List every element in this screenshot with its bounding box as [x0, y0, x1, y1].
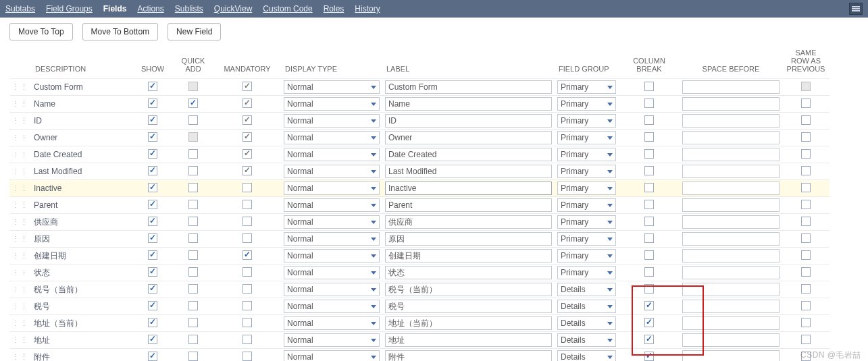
display-type-dropdown[interactable]: Normal	[284, 350, 380, 361]
drag-handle-icon[interactable]: ⋮⋮	[9, 231, 31, 248]
table-row[interactable]: ⋮⋮ Parent Normal Primary	[9, 197, 829, 214]
label-input[interactable]	[385, 215, 552, 229]
drag-handle-icon[interactable]: ⋮⋮	[9, 265, 31, 281]
label-input[interactable]	[385, 266, 552, 279]
table-row[interactable]: ⋮⋮ 税号（当前） Normal Details	[9, 281, 829, 298]
checkbox[interactable]	[801, 233, 811, 243]
drag-handle-icon[interactable]: ⋮⋮	[9, 349, 31, 362]
checkbox[interactable]	[801, 284, 811, 294]
table-row[interactable]: ⋮⋮ ID Normal Primary	[9, 113, 829, 130]
move-to-bottom-button[interactable]: Move To Bottom	[82, 23, 158, 40]
field-group-dropdown[interactable]: Details	[557, 333, 616, 347]
table-row[interactable]: ⋮⋮ 税号 Normal Details	[9, 298, 829, 315]
space-before-input[interactable]	[682, 97, 780, 111]
drag-handle-icon[interactable]: ⋮⋮	[9, 214, 31, 231]
space-before-input[interactable]	[682, 215, 780, 229]
space-before-input[interactable]	[682, 316, 780, 330]
subtab-custom-code[interactable]: Custom Code	[263, 4, 312, 13]
drag-handle-icon[interactable]: ⋮⋮	[9, 197, 31, 214]
table-row[interactable]: ⋮⋮ 供应商 Normal Primary	[9, 214, 829, 231]
checkbox[interactable]	[242, 335, 252, 344]
checkbox[interactable]	[148, 82, 157, 91]
checkbox[interactable]	[644, 284, 654, 294]
display-type-dropdown[interactable]: Normal	[284, 198, 380, 212]
space-before-input[interactable]	[682, 148, 780, 161]
field-group-dropdown[interactable]: Primary	[557, 198, 616, 212]
drag-handle-icon[interactable]: ⋮⋮	[9, 146, 31, 163]
table-row[interactable]: ⋮⋮ 原因 Normal Primary	[9, 231, 829, 248]
checkbox[interactable]	[644, 352, 654, 361]
space-before-input[interactable]	[682, 266, 780, 279]
checkbox[interactable]	[188, 233, 198, 243]
table-row[interactable]: ⋮⋮ Last Modified Normal Primary	[9, 163, 829, 180]
checkbox[interactable]	[801, 166, 811, 175]
label-input[interactable]	[385, 165, 552, 178]
field-group-dropdown[interactable]: Primary	[557, 97, 616, 111]
checkbox[interactable]	[242, 132, 252, 142]
display-type-dropdown[interactable]: Normal	[284, 283, 380, 296]
label-input[interactable]	[385, 114, 552, 128]
checkbox[interactable]	[148, 132, 157, 142]
field-group-dropdown[interactable]: Primary	[557, 249, 616, 262]
checkbox[interactable]	[242, 166, 252, 175]
drag-handle-icon[interactable]: ⋮⋮	[9, 163, 31, 180]
checkbox[interactable]	[188, 99, 198, 108]
space-before-input[interactable]	[682, 232, 780, 246]
subtab-sublists[interactable]: Sublists	[175, 4, 203, 13]
display-type-dropdown[interactable]: Normal	[284, 333, 380, 347]
label-input[interactable]	[385, 80, 552, 94]
checkbox[interactable]	[242, 318, 252, 327]
checkbox[interactable]	[644, 99, 654, 108]
space-before-input[interactable]	[682, 283, 780, 296]
checkbox[interactable]	[188, 335, 198, 344]
table-row[interactable]: ⋮⋮ 状态 Normal Primary	[9, 265, 829, 281]
checkbox[interactable]	[644, 217, 654, 226]
checkbox[interactable]	[148, 318, 157, 327]
drag-handle-icon[interactable]: ⋮⋮	[9, 248, 31, 265]
label-input[interactable]	[385, 333, 552, 347]
checkbox[interactable]	[148, 233, 157, 243]
table-row[interactable]: ⋮⋮ Owner Normal Primary	[9, 130, 829, 146]
checkbox[interactable]	[188, 115, 198, 125]
display-type-dropdown[interactable]: Normal	[284, 215, 380, 229]
checkbox[interactable]	[188, 301, 198, 310]
checkbox[interactable]	[242, 250, 252, 260]
field-group-dropdown[interactable]: Details	[557, 300, 616, 313]
drag-handle-icon[interactable]: ⋮⋮	[9, 113, 31, 130]
checkbox[interactable]	[644, 132, 654, 142]
display-type-dropdown[interactable]: Normal	[284, 249, 380, 262]
checkbox[interactable]	[644, 200, 654, 209]
checkbox[interactable]	[801, 115, 811, 125]
checkbox[interactable]	[188, 284, 198, 294]
checkbox[interactable]	[644, 233, 654, 243]
checkbox[interactable]	[188, 200, 198, 209]
hamburger-icon[interactable]	[849, 3, 863, 15]
checkbox[interactable]	[801, 132, 811, 142]
display-type-dropdown[interactable]: Normal	[284, 165, 380, 178]
display-type-dropdown[interactable]: Normal	[284, 97, 380, 111]
new-field-button[interactable]: New Field	[168, 23, 221, 40]
checkbox[interactable]	[148, 99, 157, 108]
field-group-dropdown[interactable]: Primary	[557, 232, 616, 246]
space-before-input[interactable]	[682, 80, 780, 94]
subtab-field-groups[interactable]: Field Groups	[46, 4, 93, 13]
label-input[interactable]	[385, 148, 552, 161]
checkbox[interactable]	[148, 183, 157, 192]
checkbox[interactable]	[644, 301, 654, 310]
checkbox[interactable]	[242, 183, 252, 192]
table-row[interactable]: ⋮⋮ 创建日期 Normal Primary	[9, 248, 829, 265]
checkbox[interactable]	[242, 267, 252, 277]
checkbox[interactable]	[242, 99, 252, 108]
checkbox[interactable]	[242, 284, 252, 294]
checkbox[interactable]	[801, 217, 811, 226]
table-row[interactable]: ⋮⋮ Inactive Normal Primary	[9, 180, 829, 197]
label-input[interactable]	[385, 198, 552, 212]
space-before-input[interactable]	[682, 198, 780, 212]
checkbox[interactable]	[148, 149, 157, 159]
checkbox[interactable]	[242, 82, 252, 91]
subtab-actions[interactable]: Actions	[137, 4, 163, 13]
checkbox[interactable]	[148, 115, 157, 125]
subtab-history[interactable]: History	[355, 4, 380, 13]
checkbox[interactable]	[148, 217, 157, 226]
checkbox[interactable]	[188, 267, 198, 277]
